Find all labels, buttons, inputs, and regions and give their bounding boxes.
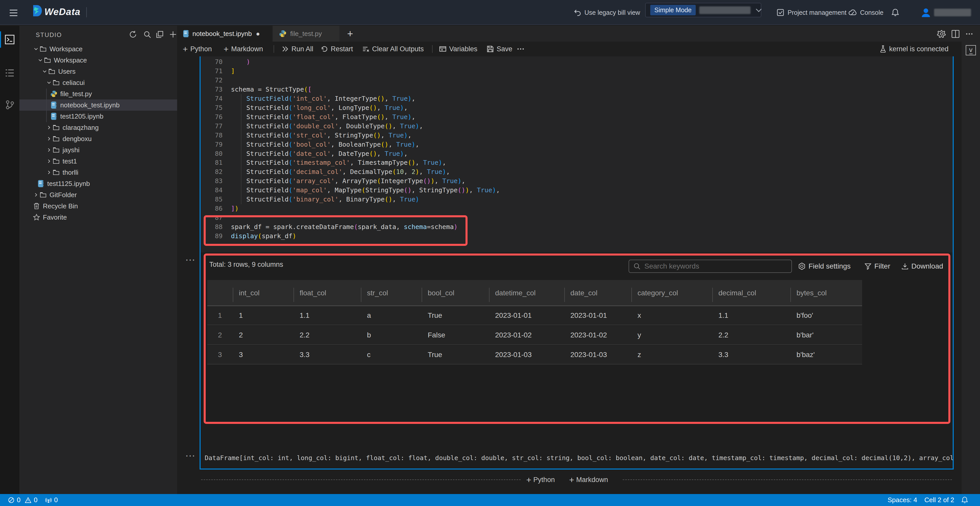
column-separator xyxy=(564,288,565,302)
add-markdown-cell-button[interactable]: +Markdown xyxy=(224,41,263,56)
cell: 2.2 xyxy=(300,326,310,345)
tree-item-thorlli[interactable]: thorlli xyxy=(19,167,177,178)
add-python-cell-button[interactable]: +Python xyxy=(183,41,212,56)
tab-notebook-test[interactable]: notebook_test.ipynb ● xyxy=(177,26,272,41)
table-row-2[interactable]: 222.2bFalse2023-01-022023-01-02y2.2b'bar… xyxy=(207,326,862,345)
project-name-redacted xyxy=(699,6,751,14)
user-account[interactable] xyxy=(921,0,971,25)
code-line-70[interactable]: 70 ) xyxy=(200,57,953,67)
legacy-bill-view-link[interactable]: Use legacy bill view xyxy=(574,0,640,25)
insert-markdown-button[interactable]: +Markdown xyxy=(569,474,608,485)
spaces-indicator[interactable]: Spaces: 4 xyxy=(888,494,917,506)
mode-badge: Simple Mode xyxy=(650,5,696,15)
tree-item-users[interactable]: Users xyxy=(19,66,177,77)
tree-item-notebook-test-ipynb[interactable]: notebook_test.ipynb xyxy=(19,100,177,111)
cell: 2.2 xyxy=(718,326,729,345)
tree-item-workspace[interactable]: Workspace xyxy=(19,55,177,66)
search-input[interactable]: Search keywords xyxy=(628,260,792,273)
mode-select-dropdown[interactable]: Simple Mode xyxy=(645,3,761,17)
code-line-81[interactable]: 81 StructField('timestamp_col', Timestam… xyxy=(200,158,953,167)
code-editor[interactable]: 70 )71]7273schema = StructType([74 Struc… xyxy=(200,56,953,252)
code-line-77[interactable]: 77 StructField('double_col', DoubleType(… xyxy=(200,122,953,131)
code-line-89[interactable]: 89display(spark_df) xyxy=(200,232,953,241)
insert-python-button[interactable]: +Python xyxy=(526,474,555,485)
cell: 2 xyxy=(239,326,243,345)
column-header-int_col[interactable]: int_col xyxy=(239,280,259,306)
tree-item-jayshi[interactable]: jayshi xyxy=(19,144,177,155)
tree-item-claraqzhang[interactable]: claraqzhang xyxy=(19,122,177,133)
code-line-82[interactable]: 82 StructField('decimal_col', DecimalTyp… xyxy=(200,167,953,176)
field-settings-button[interactable]: Field settings xyxy=(798,260,851,273)
column-header-date_col[interactable]: date_col xyxy=(570,280,597,306)
outline-list-icon[interactable] xyxy=(0,63,19,83)
column-header-decimal_col[interactable]: decimal_col xyxy=(718,280,756,306)
code-line-84[interactable]: 84 StructField('map_col', MapType(String… xyxy=(200,186,953,195)
column-header-bool_col[interactable]: bool_col xyxy=(428,280,454,306)
split-editor-icon[interactable] xyxy=(951,29,960,38)
code-line-87[interactable]: 87 xyxy=(200,213,953,222)
settings-gear-icon[interactable] xyxy=(937,29,946,38)
column-header-category_col[interactable]: category_col xyxy=(638,280,678,306)
output-gutter-menu[interactable]: ··· xyxy=(186,452,196,460)
code-line-80[interactable]: 80 StructField('date_col', DateType(), T… xyxy=(200,149,953,159)
code-line-72[interactable]: 72 xyxy=(200,76,953,85)
run-all-button[interactable]: Run All xyxy=(281,41,313,56)
problems-status[interactable]: 0 0 xyxy=(8,494,38,506)
studio-terminal-icon[interactable] xyxy=(0,29,19,50)
source-control-icon[interactable] xyxy=(0,95,19,115)
project-management-link[interactable]: Project management xyxy=(776,0,846,25)
code-line-73[interactable]: 73schema = StructType([ xyxy=(200,85,953,94)
code-line-78[interactable]: 78 StructField('str_col', StringType(), … xyxy=(200,131,953,140)
restart-button[interactable]: Restart xyxy=(321,41,353,56)
ports-status[interactable]: 0 xyxy=(45,494,58,506)
tree-item-celiacui[interactable]: celiacui xyxy=(19,77,177,88)
tree-item-label: test1 xyxy=(62,157,77,165)
tab-file-test[interactable]: file_test.py xyxy=(273,26,339,41)
code-line-86[interactable]: 86]) xyxy=(200,204,953,213)
output-gutter-menu[interactable]: ··· xyxy=(186,256,196,265)
collapse-folders-icon[interactable] xyxy=(156,30,164,38)
column-header-str_col[interactable]: str_col xyxy=(367,280,388,306)
table-row-3[interactable]: 333.3cTrue2023-01-032023-01-03z3.3b'baz' xyxy=(207,345,862,365)
notifications-bell-icon[interactable] xyxy=(891,0,899,25)
tree-item-favorite[interactable]: Favorite xyxy=(19,212,177,223)
tree-item-file-test-py[interactable]: file_test.py xyxy=(19,88,177,100)
code-line-76[interactable]: 76 StructField('float_col', FloatType(),… xyxy=(200,113,953,122)
column-header-float_col[interactable]: float_col xyxy=(300,280,326,306)
tree-item-gitfolder[interactable]: GitFolder xyxy=(19,189,177,200)
code-line-75[interactable]: 75 StructField('long_col', LongType(), T… xyxy=(200,103,953,113)
code-line-83[interactable]: 83 StructField('array_col', ArrayType(In… xyxy=(200,176,953,186)
console-link[interactable]: Console xyxy=(848,0,883,25)
new-file-icon[interactable] xyxy=(169,30,177,38)
menu-icon[interactable] xyxy=(10,8,18,17)
code-line-79[interactable]: 79 StructField('bool_col', BooleanType()… xyxy=(200,140,953,149)
code-line-85[interactable]: 85 StructField('binary_col', BinaryType(… xyxy=(200,195,953,204)
code-line-88[interactable]: 88spark_df = spark.createDataFrame(spark… xyxy=(200,222,953,232)
tree-item-workspace[interactable]: Workspace xyxy=(19,43,177,55)
chevron-right-icon xyxy=(46,158,52,165)
tree-item-test1[interactable]: test1 xyxy=(19,155,177,167)
statusbar-bell-icon[interactable] xyxy=(961,494,968,506)
new-tab-button[interactable]: + xyxy=(342,26,358,41)
more-actions-icon[interactable] xyxy=(965,29,974,38)
clear-all-outputs-button[interactable]: Clear All Outputs xyxy=(362,41,424,56)
search-icon[interactable] xyxy=(143,30,151,38)
column-header-datetime_col[interactable]: datetime_col xyxy=(495,280,536,306)
tree-item-test1205-ipynb[interactable]: test1205.ipynb xyxy=(19,111,177,122)
toolbar-more-icon[interactable] xyxy=(517,41,525,56)
save-button[interactable]: Save xyxy=(487,41,512,56)
tree-item-test1125-ipynb[interactable]: test1125.ipynb xyxy=(19,178,177,189)
line-number: 87 xyxy=(200,213,223,222)
tree-item-recycle-bin[interactable]: Recycle Bin xyxy=(19,200,177,212)
cell-indicator[interactable]: Cell 2 of 2 xyxy=(924,494,954,506)
download-button[interactable]: Download xyxy=(901,260,943,273)
filter-button[interactable]: Filter xyxy=(864,260,890,273)
code-line-74[interactable]: 74 StructField('int_col', IntegerType(),… xyxy=(200,94,953,103)
variables-button[interactable]: Variables xyxy=(439,41,477,56)
refresh-icon[interactable] xyxy=(129,30,137,38)
tree-item-dengboxu[interactable]: dengboxu xyxy=(19,133,177,144)
column-header-bytes_col[interactable]: bytes_col xyxy=(797,280,827,306)
variable-panel-icon[interactable]: v xyxy=(966,45,976,56)
code-line-71[interactable]: 71] xyxy=(200,67,953,76)
table-row-1[interactable]: 111.1aTrue2023-01-012023-01-01x1.1b'foo' xyxy=(207,306,862,325)
